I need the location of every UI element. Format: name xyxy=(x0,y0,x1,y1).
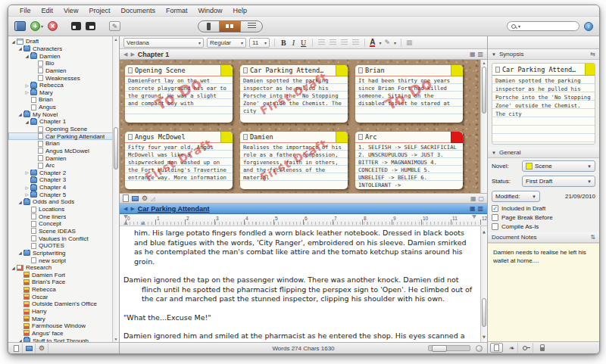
checkbox-row-included-in-draft[interactable]: ✓Included in Draft xyxy=(488,204,599,213)
back-arrow-icon[interactable]: ◀ xyxy=(123,206,127,212)
document-notes-header[interactable]: Document Notes ⇅ xyxy=(488,232,599,243)
collapse-arrow-icon[interactable]: ◢ xyxy=(10,266,17,270)
notes-tab-button[interactable] xyxy=(490,343,503,353)
font-size-select[interactable]: 11▾ xyxy=(249,38,270,48)
synopsis-toggle-icon[interactable]: ⇆ xyxy=(590,51,595,58)
menu-view[interactable]: View xyxy=(58,7,83,14)
binder-item-chapter-3[interactable]: Chapter 3 xyxy=(8,176,119,184)
lock-inspector-button[interactable] xyxy=(536,343,548,353)
font-family-select[interactable]: Verdana▾ xyxy=(123,38,204,48)
binder-item-arc[interactable]: Arc xyxy=(8,162,119,170)
new-folder-button[interactable] xyxy=(23,344,36,353)
scroll-down-icon[interactable]: ▼ xyxy=(113,337,119,341)
forward-arrow-icon[interactable]: ▶ xyxy=(130,51,134,58)
binder-item-mary[interactable]: ▷Mary xyxy=(8,89,119,96)
align-justify-button[interactable] xyxy=(352,39,359,45)
corkboard-scrollbar[interactable]: ▲ xyxy=(480,60,487,193)
binder-item-damien[interactable]: Damien xyxy=(8,67,119,75)
binder-item-concept[interactable]: Concept xyxy=(8,220,119,228)
paragraph[interactable]: "What the...Excuse Me!" xyxy=(123,313,475,323)
new-card-button[interactable] xyxy=(123,194,129,202)
zoom-slider[interactable] xyxy=(428,345,470,351)
expand-arrow-icon[interactable]: ▷ xyxy=(23,170,30,175)
scroll-up-icon[interactable]: ▲ xyxy=(481,227,487,237)
binder-item-stuff-to-sort-through[interactable]: ◢Stuff to Sort Through xyxy=(8,337,119,342)
binder-item-quotes[interactable]: QUOTES xyxy=(8,242,119,250)
checked-checkbox-icon[interactable]: ✓ xyxy=(492,205,498,212)
binder-item-car-parking-attendant[interactable]: Car Parking Attendant xyxy=(8,132,119,140)
binder-item-angus[interactable]: Angus xyxy=(8,104,119,111)
split-vertical-icon[interactable]: ▥ xyxy=(477,51,483,58)
new-folder-button[interactable] xyxy=(132,196,139,201)
binder-item-brian[interactable]: Brian xyxy=(8,96,119,104)
align-center-button[interactable] xyxy=(330,39,336,45)
keywords-tab-button[interactable] xyxy=(520,343,533,353)
synopsis-section-header[interactable]: ▼ Synopsis ⇆ xyxy=(488,49,599,60)
binder-item-new-script[interactable]: new script xyxy=(8,257,119,264)
info-button[interactable]: i xyxy=(584,22,593,31)
binder-toggle-icon[interactable] xyxy=(14,21,26,31)
zoom-slider-thumb[interactable] xyxy=(432,345,447,352)
binder-item-one-liners[interactable]: One liners xyxy=(8,213,119,220)
footer-knob-button[interactable] xyxy=(476,345,483,352)
menu-edit[interactable]: Edit xyxy=(36,7,59,14)
collapse-triangle-icon[interactable]: ▼ xyxy=(492,52,496,57)
align-right-button[interactable] xyxy=(341,39,348,45)
scrollbar-thumb[interactable] xyxy=(482,67,486,114)
index-card-damien[interactable]: DamienRealises the importance of his rol… xyxy=(240,132,348,189)
binder-item-oscar[interactable]: Oscar xyxy=(8,293,119,300)
view-mode-outline-button[interactable] xyxy=(241,21,262,32)
expand-arrow-icon[interactable]: ▷ xyxy=(23,185,30,190)
table-button[interactable]: ▦ xyxy=(406,39,413,46)
collapse-arrow-icon[interactable]: ◢ xyxy=(17,200,23,204)
right-indent-marker[interactable] xyxy=(472,215,476,219)
document-notes-text[interactable]: Damien needs to realise he left his wall… xyxy=(488,243,599,341)
collapse-triangle-icon[interactable]: ▼ xyxy=(492,151,496,155)
menu-documents[interactable]: Documents xyxy=(115,7,161,14)
label-select[interactable]: Scene ▼ xyxy=(522,160,595,172)
binder-item-research[interactable]: ◢Research xyxy=(8,264,119,272)
scrollbar-thumb[interactable] xyxy=(114,127,118,170)
expand-arrow-icon[interactable]: ▷ xyxy=(23,83,30,88)
ruler[interactable]: 0123456789101112 xyxy=(120,214,487,226)
checkbox-row-page-break-before[interactable]: Page Break Before xyxy=(488,213,599,222)
binder-item-outside-damien-s-office[interactable]: Outside Damien's Office xyxy=(8,300,119,308)
menu-format[interactable]: Format xyxy=(161,7,193,14)
view-mode-corkboard-button[interactable] xyxy=(220,21,241,32)
corkboard-options-button[interactable]: ⚙ xyxy=(142,195,148,202)
text-color-arrow-icon[interactable]: ▾ xyxy=(379,40,381,45)
card-size-button[interactable]: ◿ xyxy=(151,195,155,202)
highlight-button[interactable]: ✎ xyxy=(385,39,391,46)
paragraph[interactable]: Damien ignored him and smiled at the pha… xyxy=(123,331,475,342)
unchecked-checkbox-icon[interactable] xyxy=(492,223,498,230)
binder-item-draft[interactable]: ◢Draft xyxy=(8,38,119,45)
collapse-arrow-icon[interactable]: ◢ xyxy=(23,54,30,58)
binder-item-brian-s-face[interactable]: Brian's Face xyxy=(8,278,119,286)
layout-toggle-2-button[interactable] xyxy=(86,22,95,30)
layout-toggle-1-button[interactable] xyxy=(71,22,81,30)
binder-item-mary[interactable]: Mary xyxy=(8,315,119,322)
paragraph[interactable]: him. His large potato fingers fondled a … xyxy=(123,229,475,266)
editor-scrollbar[interactable]: ▲ ▼ xyxy=(480,226,487,342)
editor-text[interactable]: ▲ ▼ him. His large potato fingers fondle… xyxy=(120,226,487,342)
scroll-down-icon[interactable]: ▼ xyxy=(481,332,487,342)
collapse-arrow-icon[interactable]: ◢ xyxy=(10,39,17,44)
checkbox-row-compile-as-is[interactable]: Compile As-Is xyxy=(488,222,599,231)
search-options-arrow-icon[interactable]: ▾ xyxy=(518,23,520,29)
binder-item-vaulues-in-conflict[interactable]: Vaulues in Conflict xyxy=(8,235,119,242)
collapse-arrow-icon[interactable]: ◢ xyxy=(17,112,23,117)
menu-help[interactable]: Help xyxy=(227,7,252,14)
compose-mode-button[interactable]: ✎ xyxy=(109,21,120,31)
project-search-box[interactable]: ▾ xyxy=(507,21,579,31)
references-tab-button[interactable]: ❧ xyxy=(505,343,518,353)
view-mode-document-button[interactable] xyxy=(198,21,220,32)
binder-item-opening-scene[interactable]: Opening Scene xyxy=(8,126,119,133)
status-select[interactable]: First Draft ▼ xyxy=(522,176,595,187)
delete-item-button[interactable]: × xyxy=(48,21,58,31)
menu-window[interactable]: Window xyxy=(192,7,227,14)
notes-selector-arrows-icon[interactable]: ⇅ xyxy=(590,234,595,241)
split-horizontal-icon[interactable]: ▦ xyxy=(470,205,476,212)
binder-item-harry[interactable]: Harry xyxy=(8,308,119,316)
scroll-up-icon[interactable]: ▲ xyxy=(113,37,119,42)
menu-project[interactable]: Project xyxy=(83,7,115,14)
